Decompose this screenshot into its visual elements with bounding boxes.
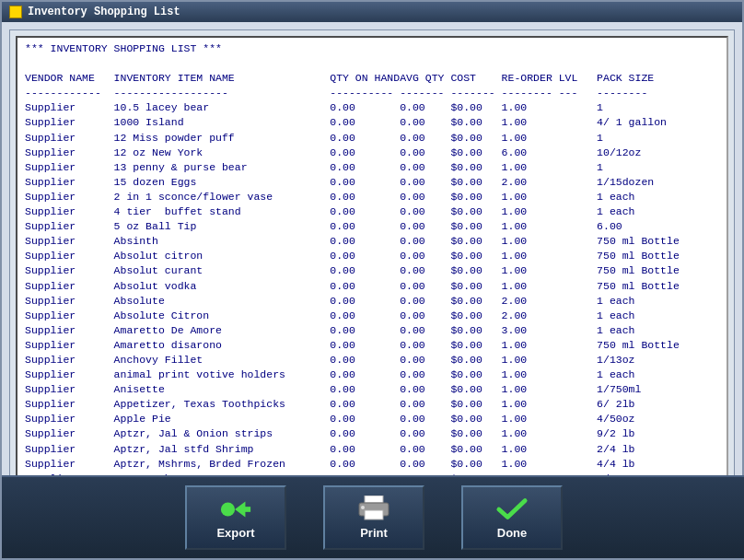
list-container: *** INVENTORY SHOPPING LIST *** VENDOR N… [16, 36, 728, 478]
title-bar: Inventory Shopping List [2, 2, 742, 22]
export-label: Export [216, 526, 254, 540]
window-title: Inventory Shopping List [28, 6, 180, 18]
print-button[interactable]: Print [323, 485, 424, 550]
svg-rect-5 [365, 510, 383, 519]
done-button[interactable]: Done [461, 485, 563, 550]
title-bar-icon [9, 6, 22, 18]
svg-point-0 [221, 502, 235, 516]
list-scroll[interactable]: *** INVENTORY SHOPPING LIST *** VENDOR N… [17, 38, 727, 476]
footer: Export Print Done [2, 475, 744, 558]
export-button[interactable]: Export [185, 485, 286, 550]
main-window: Inventory Shopping List *** INVENTORY SH… [0, 0, 744, 560]
print-icon [357, 496, 390, 522]
done-icon [495, 496, 529, 522]
content-area: *** INVENTORY SHOPPING LIST *** VENDOR N… [9, 29, 735, 484]
export-icon [219, 496, 252, 522]
print-label: Print [360, 526, 388, 540]
done-label: Done [497, 526, 528, 540]
svg-rect-3 [365, 496, 383, 503]
svg-rect-2 [244, 507, 251, 512]
svg-point-6 [361, 506, 365, 509]
